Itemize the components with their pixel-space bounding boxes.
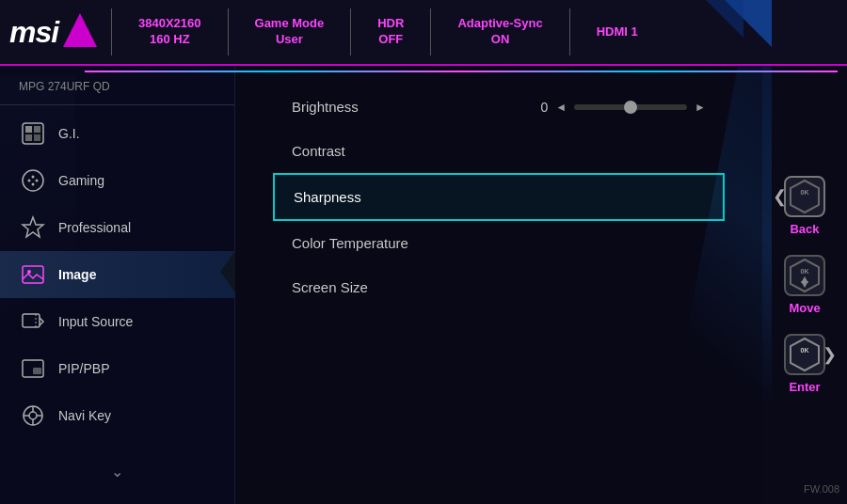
adaptive-sync-label: Adaptive-Sync [457, 16, 542, 32]
app-container: msi 3840X2160 160 HZ Game Mode User HDR … [0, 0, 847, 504]
navi-key-icon [19, 402, 47, 430]
header-divider-5 [569, 8, 570, 55]
hz-label: 160 HZ [150, 32, 190, 48]
back-button[interactable]: 0K ❮ Back [784, 176, 825, 236]
msi-logo: msi [9, 15, 85, 50]
deco-tri-2 [696, 0, 743, 38]
logo-triangle [63, 13, 97, 47]
contrast-label: Contrast [292, 143, 345, 159]
header-dots-line [85, 71, 838, 72]
header-adaptive-sync: Adaptive-Sync ON [439, 16, 561, 48]
svg-marker-27 [801, 281, 808, 288]
svg-rect-15 [33, 368, 41, 374]
gaming-icon [19, 166, 47, 195]
menu-item-screen-size[interactable]: Screen Size [273, 265, 725, 309]
gi-icon [19, 119, 47, 148]
svg-text:0K: 0K [801, 268, 809, 275]
header-deco-triangles [621, 0, 772, 66]
professional-icon [19, 213, 47, 242]
svg-rect-1 [25, 126, 32, 133]
brightness-left-arrow[interactable]: ◄ [555, 101, 567, 114]
svg-point-7 [36, 180, 39, 182]
header-divider-2 [228, 8, 229, 55]
game-mode-value: User [276, 32, 303, 48]
fw-version: FW.008 [804, 480, 839, 496]
move-button[interactable]: 0K Move [784, 255, 825, 315]
header-resolution: 3840X2160 160 HZ [120, 16, 220, 48]
professional-label: Professional [58, 220, 131, 235]
right-controls-panel: 0K ❮ Back 0K Move [762, 66, 847, 504]
header-game-mode: Game Mode User [236, 16, 344, 48]
enter-arrow-icon: ❯ [823, 344, 837, 365]
monitor-model: MPG 274URF QD [0, 80, 234, 105]
svg-point-17 [29, 412, 37, 419]
svg-marker-28 [791, 339, 819, 370]
sidebar: MPG 274URF QD G.I.GamingProfessionalImag… [0, 66, 235, 504]
svg-rect-2 [34, 126, 40, 133]
content-area: MPG 274URF QD G.I.GamingProfessionalImag… [0, 66, 847, 504]
image-icon [19, 260, 47, 289]
pip-pbp-icon [19, 354, 47, 383]
resolution-label: 3840X2160 [138, 16, 201, 32]
brightness-value: 0 [529, 100, 548, 115]
svg-marker-10 [23, 217, 43, 237]
header-divider-4 [430, 8, 431, 55]
menu-item-contrast[interactable]: Contrast [273, 129, 725, 173]
brightness-slider[interactable] [574, 104, 687, 110]
svg-point-8 [32, 176, 35, 179]
adaptive-sync-value: ON [491, 32, 510, 48]
back-btn-icon: 0K ❮ [784, 176, 825, 217]
svg-marker-22 [791, 181, 819, 213]
enter-hexagon-svg: 0K [787, 337, 823, 372]
image-label: Image [58, 267, 96, 282]
menu-item-sharpness[interactable]: Sharpness [273, 173, 725, 221]
sidebar-item-gaming[interactable]: Gaming [0, 157, 234, 204]
sharpness-label: Sharpness [294, 189, 361, 205]
move-hexagon-svg: 0K [787, 258, 823, 293]
nav-down-arrow[interactable]: ⌄ [0, 453, 234, 490]
gi-label: G.I. [58, 126, 80, 141]
pip-pbp-label: PIP/PBP [58, 361, 109, 376]
header-hdr: HDR OFF [359, 16, 423, 48]
header-bar: msi 3840X2160 160 HZ Game Mode User HDR … [0, 0, 847, 66]
header-divider-1 [111, 8, 112, 55]
svg-text:0K: 0K [801, 189, 809, 196]
svg-rect-13 [23, 314, 40, 327]
sidebar-item-navi-key[interactable]: Navi Key [0, 392, 234, 439]
hdr-value: OFF [378, 32, 403, 48]
sidebar-item-professional[interactable]: Professional [0, 204, 234, 251]
sidebar-item-pip-pbp[interactable]: PIP/PBP [0, 345, 234, 392]
svg-rect-4 [34, 134, 40, 141]
move-label: Move [789, 301, 820, 315]
menu-item-color-temperature[interactable]: Color Temperature [273, 221, 725, 265]
main-panel: Brightness0◄►ContrastSharpnessColor Temp… [235, 66, 762, 504]
enter-btn-icon: 0K ❯ [784, 334, 825, 375]
brightness-label: Brightness [292, 99, 359, 115]
back-label: Back [790, 222, 819, 236]
brightness-slider-thumb [624, 101, 637, 114]
back-hexagon-svg: 0K [787, 179, 823, 214]
move-btn-icon: 0K [784, 255, 825, 296]
svg-point-9 [32, 183, 35, 186]
color-temperature-label: Color Temperature [292, 235, 408, 251]
sidebar-item-input-source[interactable]: Input Source [0, 298, 234, 345]
input-source-icon [19, 307, 47, 336]
gaming-label: Gaming [58, 173, 104, 188]
brightness-value-group: 0◄► [529, 100, 706, 115]
input-source-label: Input Source [58, 314, 133, 329]
header-divider-3 [350, 8, 351, 55]
nav-items-container: G.I.GamingProfessionalImageInput SourceP… [0, 110, 234, 439]
hdr-label: HDR [377, 16, 404, 32]
svg-text:0K: 0K [801, 347, 809, 354]
down-arrow-icon: ⌄ [111, 463, 123, 480]
svg-point-6 [28, 180, 31, 182]
sidebar-item-gi[interactable]: G.I. [0, 110, 234, 157]
logo-text: msi [9, 15, 58, 50]
sidebar-item-image[interactable]: Image [0, 251, 234, 298]
back-arrow-icon: ❮ [773, 186, 787, 207]
enter-button[interactable]: 0K ❯ Enter [784, 334, 825, 394]
menu-item-brightness[interactable]: Brightness0◄► [273, 85, 725, 129]
svg-rect-3 [25, 134, 32, 141]
game-mode-label: Game Mode [255, 16, 325, 32]
brightness-right-arrow[interactable]: ► [695, 101, 706, 114]
